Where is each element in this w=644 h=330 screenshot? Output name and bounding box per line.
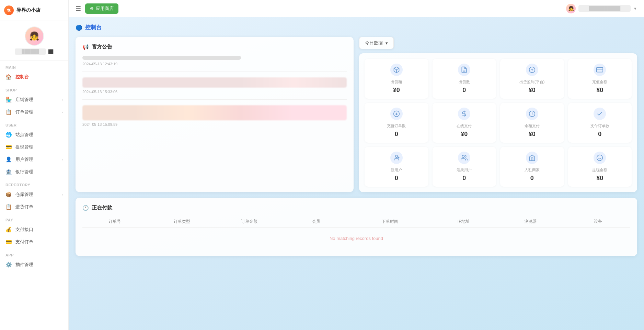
sidebar-item-dashboard[interactable]: 🏠 控制台: [0, 71, 68, 83]
sidebar-item-warehouse[interactable]: 📦 仓库管理 ›: [0, 188, 68, 201]
announcement-item: 2024-05-13 15:33:06: [82, 77, 347, 100]
announcement-card: 📢 官方公告 2024-05-13 12:43:19 2024-05-13 15…: [76, 37, 354, 192]
page-title: 🔵 控制台: [76, 24, 637, 31]
withdraw-label: 提现管理: [15, 144, 33, 150]
app-store-button[interactable]: ⊕ 应用商店: [85, 3, 118, 14]
topbar-avatar: 👧: [566, 4, 576, 13]
menu-toggle-icon[interactable]: ☰: [76, 5, 81, 12]
stat-value: 0: [395, 131, 398, 138]
withdraw-amount-icon: [594, 152, 606, 164]
balance-payment-icon: [526, 108, 538, 120]
store-icon: 🏪: [5, 97, 12, 103]
stat-card-profit: 出货盈利(平台) ¥0: [500, 59, 564, 99]
col-order-amount: 订单金额: [217, 219, 281, 224]
sidebar-item-withdraw[interactable]: 💳 提现管理: [0, 141, 68, 153]
payment-clock-icon: 🕐: [82, 205, 89, 211]
dashboard-icon: 🏠: [5, 74, 12, 80]
chevron-right-icon: ›: [62, 158, 63, 162]
stat-value: 0: [462, 175, 466, 182]
announcement-date-2: 2024-05-13 15:33:06: [82, 90, 347, 94]
payment-orders-count-icon: [594, 108, 606, 120]
bank-icon: 🏦: [5, 169, 12, 175]
users-icon: 👤: [5, 156, 12, 163]
store-label: 店铺管理: [15, 97, 33, 103]
announcement-date-1: 2024-05-13 12:43:19: [82, 62, 347, 66]
sidebar-item-users[interactable]: 👤 用户管理 ›: [0, 153, 68, 166]
profit-icon: [526, 64, 538, 76]
announcement-title-bar: [82, 56, 241, 60]
payment-title-label: 正在付款: [92, 205, 112, 211]
stat-card-payment-orders: 支付订单数 0: [568, 103, 632, 143]
stat-value: ¥0: [529, 131, 536, 138]
stat-value: 0: [598, 131, 601, 138]
date-selector-label: 今日数据: [365, 40, 383, 46]
section-main-label: MAIN: [0, 60, 68, 71]
svg-point-15: [462, 155, 464, 158]
content-grid: 📢 官方公告 2024-05-13 12:43:19 2024-05-13 15…: [76, 37, 637, 256]
stat-value: ¥0: [596, 175, 603, 182]
stat-label: 出货额: [391, 79, 402, 85]
stat-label: 活跃用户: [457, 167, 472, 173]
stat-value: 0: [395, 175, 398, 182]
active-users-icon: [458, 152, 470, 164]
sidebar-item-payment-api[interactable]: 💰 支付接口: [0, 223, 68, 236]
stat-value: ¥0: [461, 131, 468, 138]
restock-icon: 📋: [5, 204, 12, 210]
stat-card-recharge-amount: 充值金额 ¥0: [568, 59, 632, 99]
sidebar: 🛍 异界の小店 👧 ██████ ⬛ MAIN 🏠 控制台 SHOP 🏪 店铺管…: [0, 0, 69, 330]
stats-area: 今日数据 ▾ 出货额 ¥0: [359, 37, 637, 192]
payment-section: 🕐 正在付款 订单号 订单类型 订单金额 会员 下单时间 IP地址 浏览器 设备…: [76, 198, 637, 256]
stat-card-withdraw-amount: 提现金额 ¥0: [568, 147, 632, 187]
section-pay-label: PAY: [0, 213, 68, 223]
stat-label: 出货盈利(平台): [519, 79, 544, 85]
stat-card-active-users: 活跃用户 0: [433, 147, 496, 187]
stat-label: 在线支付: [457, 123, 472, 129]
svg-point-12: [395, 155, 398, 158]
page-title-icon: 🔵: [76, 24, 82, 31]
table-header: 订单号 订单类型 订单金额 会员 下单时间 IP地址 浏览器 设备: [82, 216, 630, 228]
orders-icon: 📋: [5, 109, 12, 115]
logout-icon[interactable]: ⬛: [48, 49, 54, 54]
sidebar-item-restock[interactable]: 📋 进货订单: [0, 201, 68, 213]
new-users-icon: [390, 152, 403, 164]
sidebar-item-orders[interactable]: 📋 订单管理 ›: [0, 106, 68, 118]
announcement-item: 2024-05-13 12:43:19: [82, 56, 347, 72]
stat-label: 新用户: [391, 167, 402, 173]
app-store-icon: ⊕: [90, 6, 94, 11]
content-area: 🔵 控制台 📢 官方公告 2024-05-13 12:43:19 2024-05: [69, 17, 644, 330]
announcement-date-3: 2024-05-13 15:09:59: [82, 122, 347, 126]
page-title-label: 控制台: [85, 24, 102, 31]
stat-card-new-users: 新用户 0: [365, 147, 428, 187]
svg-rect-6: [597, 67, 603, 72]
section-app-label: APP: [0, 248, 68, 258]
site-icon: 🌐: [5, 132, 12, 138]
section-user-label: USER: [0, 118, 68, 129]
merchants-icon: [526, 152, 538, 164]
orders-label: 订单管理: [15, 109, 33, 115]
stat-label: 余额支付: [525, 123, 540, 129]
col-ip: IP地址: [432, 219, 496, 224]
recharge-amount-icon: [594, 64, 606, 76]
announcement-title: 官方公告: [92, 44, 112, 50]
sidebar-item-payment-orders[interactable]: 💳 支付订单: [0, 236, 68, 248]
plugins-label: 插件管理: [15, 262, 33, 268]
sidebar-user: 👧 ██████ ⬛: [0, 21, 68, 60]
bank-label: 银行管理: [15, 169, 33, 175]
users-label: 用户管理: [15, 156, 33, 163]
stat-value: 0: [462, 87, 466, 94]
withdraw-icon: 💳: [5, 144, 12, 150]
main-area: ☰ ⊕ 应用商店 👧 ██████████ ▼ 🔵 控制台 📢 官方公告: [69, 0, 644, 330]
chevron-right-icon: ›: [62, 110, 63, 114]
date-selector[interactable]: 今日数据 ▾: [359, 37, 394, 49]
brand: 🛍 异界の小店: [0, 0, 68, 21]
stat-label: 充值订单数: [387, 123, 406, 129]
col-order-type: 订单类型: [150, 219, 214, 224]
chevron-right-icon: ›: [62, 193, 63, 197]
sidebar-item-bank[interactable]: 🏦 银行管理: [0, 166, 68, 178]
topbar-chevron-icon[interactable]: ▼: [633, 7, 637, 11]
sidebar-item-store[interactable]: 🏪 店铺管理 ›: [0, 94, 68, 106]
sidebar-item-plugins[interactable]: ⚙️ 插件管理: [0, 258, 68, 271]
sidebar-item-site[interactable]: 🌐 站点管理: [0, 129, 68, 141]
payment-orders-icon: 💳: [5, 239, 12, 245]
date-selector-chevron-icon: ▾: [386, 41, 388, 46]
